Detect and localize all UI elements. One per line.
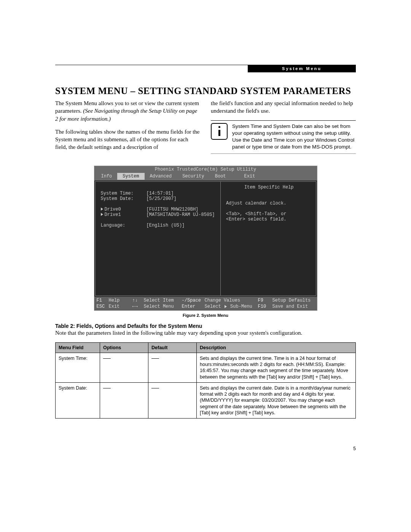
bios-key-enter-label: Select Sub-Menu bbox=[205, 304, 258, 310]
bios-key-f9-label: Setup Defaults bbox=[272, 297, 315, 304]
info-note-text: System Time and System Date can also be … bbox=[232, 123, 356, 151]
page-number: 5 bbox=[353, 446, 356, 451]
bios-tab-boot[interactable]: Boot bbox=[210, 173, 231, 180]
header-section-text: System Menu bbox=[282, 66, 322, 71]
cell-options bbox=[100, 353, 148, 382]
figure-caption: Figure 2. System Menu bbox=[55, 313, 356, 318]
th-default: Default bbox=[148, 342, 197, 353]
bios-key-leftright-label: Select Menu bbox=[144, 304, 182, 310]
cell-description: Sets and displays the current time. Time… bbox=[197, 353, 356, 382]
bios-value-system-time: [14:57:01] bbox=[147, 191, 174, 196]
bios-key-f1-label: Help bbox=[109, 297, 132, 304]
info-note-box: System Time and System Date can also be … bbox=[211, 120, 356, 154]
bios-screenshot: Phoenix TrustedCore(tm) Setup Utility In… bbox=[94, 166, 317, 311]
triangle-right-icon bbox=[225, 305, 227, 308]
bios-tab-security[interactable]: Security bbox=[177, 173, 210, 180]
bios-label-drive1: Drive1 bbox=[105, 212, 121, 217]
bios-field-language[interactable]: Language: [English (US)] bbox=[101, 223, 217, 228]
cell-field: System Date: bbox=[56, 382, 100, 418]
table-header-row: Menu Field Options Default Description bbox=[56, 342, 356, 353]
bios-value-drive1: [MATSHITADVD-RAM UJ-850S] bbox=[147, 212, 215, 217]
bios-tab-exit[interactable]: Exit bbox=[239, 173, 261, 180]
bios-key-space: -/Space bbox=[182, 297, 205, 304]
bios-label-system-time: System Time: bbox=[101, 191, 147, 196]
bios-value-drive0: [FUJITSU MHW2120BH] bbox=[147, 207, 199, 212]
intro-paragraph-3: the field's function and any special inf… bbox=[211, 99, 356, 115]
bios-key-space-label: Change Values bbox=[205, 297, 258, 304]
bios-label-drive0: Drive0 bbox=[105, 207, 121, 212]
bios-key-f10: F10 bbox=[258, 304, 272, 310]
bios-key-esc: ESC bbox=[97, 304, 109, 310]
bios-help-line3: <Enter> selects field. bbox=[226, 217, 312, 222]
bios-key-f10-label: Save and Exit bbox=[272, 304, 315, 310]
bios-label-system-date: System Date: bbox=[101, 196, 147, 201]
bios-help-panel: Item Specific Help Adjust calendar clock… bbox=[221, 181, 316, 296]
bios-key-updown-label: Select Item bbox=[144, 297, 182, 304]
th-menu-field: Menu Field bbox=[56, 342, 100, 353]
bios-tab-bar: Info System Advanced Security Boot Exit bbox=[94, 173, 317, 181]
bios-label-language: Language: bbox=[101, 223, 147, 228]
page-title: SYSTEM MENU – SETTING STANDARD SYSTEM PA… bbox=[55, 86, 356, 96]
table-row: System Date: Sets and displays the curre… bbox=[56, 382, 356, 418]
bios-help-line2: <Tab>, <Shift-Tab>, or bbox=[226, 211, 312, 217]
bios-tab-advanced[interactable]: Advanced bbox=[145, 173, 177, 180]
th-description: Description bbox=[197, 342, 356, 353]
bios-tab-info[interactable]: Info bbox=[96, 173, 118, 180]
bios-help-title: Item Specific Help bbox=[226, 185, 312, 190]
triangle-right-icon bbox=[101, 208, 103, 211]
bios-key-esc-label: Exit bbox=[109, 304, 132, 310]
bios-key-f9: F9 bbox=[258, 297, 272, 304]
bios-utility-title: Phoenix TrustedCore(tm) Setup Utility bbox=[94, 166, 317, 173]
th-options: Options bbox=[100, 342, 148, 353]
bios-field-drive0[interactable]: Drive0 [FUJITSU MHW2120BH] bbox=[101, 207, 217, 212]
cell-options bbox=[100, 382, 148, 418]
bios-field-drive1[interactable]: Drive1 [MATSHITADVD-RAM UJ-850S] bbox=[101, 212, 217, 217]
info-icon bbox=[211, 123, 228, 140]
options-table: Menu Field Options Default Description S… bbox=[55, 342, 356, 419]
bios-key-leftright: ←→ bbox=[132, 304, 144, 310]
table-note: Note that the parameters listed in the f… bbox=[55, 330, 356, 336]
cell-description: Sets and displays the current date. Date… bbox=[197, 382, 356, 418]
bios-tab-system[interactable]: System bbox=[117, 173, 144, 180]
cell-default bbox=[148, 353, 197, 382]
bios-left-panel: System Time: [14:57:01] System Date: [5/… bbox=[95, 181, 221, 296]
table-row: System Time: Sets and displays the curre… bbox=[56, 353, 356, 382]
table-title: Table 2: Fields, Options and Defaults fo… bbox=[55, 323, 356, 329]
bios-help-line1: Adjust calendar clock. bbox=[226, 201, 312, 206]
intro-paragraph-2: The following tables show the names of t… bbox=[55, 128, 200, 151]
bios-footer: F1 Help ↑↓ Select Item -/Space Change Va… bbox=[94, 297, 317, 310]
bios-key-f1: F1 bbox=[97, 297, 109, 304]
bios-field-system-date[interactable]: System Date: [5/25/2007] bbox=[101, 196, 217, 201]
cell-field: System Time: bbox=[56, 353, 100, 382]
bios-key-enter: Enter bbox=[182, 304, 205, 310]
bios-value-language: [English (US)] bbox=[147, 223, 185, 228]
bios-value-system-date: [5/25/2007] bbox=[147, 196, 177, 201]
triangle-right-icon bbox=[101, 213, 103, 216]
bios-key-updown: ↑↓ bbox=[132, 297, 144, 304]
intro-paragraph-1: The System Menu allows you to set or vie… bbox=[55, 99, 200, 123]
header-section-label: System Menu bbox=[248, 65, 356, 72]
bios-field-system-time[interactable]: System Time: [14:57:01] bbox=[101, 191, 217, 196]
cell-default bbox=[148, 382, 197, 418]
